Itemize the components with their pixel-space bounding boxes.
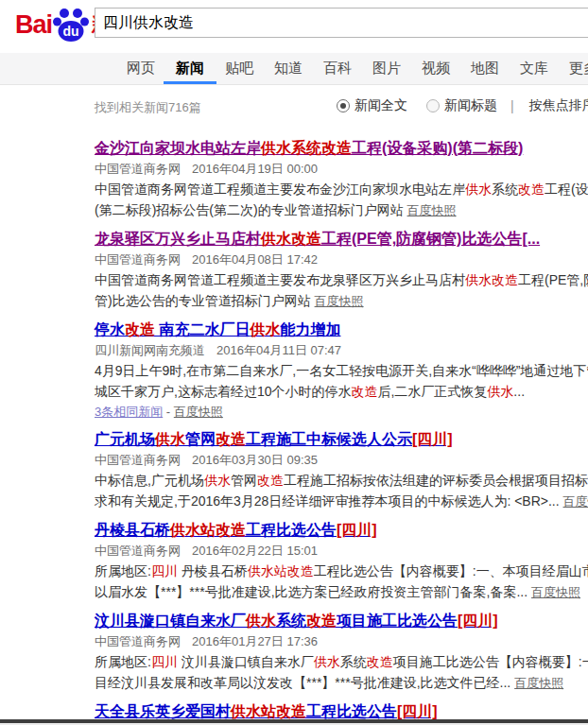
baidu-snapshot-link[interactable]: 百度快照 — [407, 203, 457, 217]
result-snippet-line: 所属地区:四川 丹棱县石桥供水站改造工程比选公告【内容概要】:一、本项目经眉山市… — [95, 561, 588, 581]
result-title-link[interactable]: 丹棱县石桥供水站改造工程比选公告[四川] — [95, 520, 588, 540]
result-date: 2016年04月19日 00:00 — [192, 162, 318, 176]
highlight-term: [四川] — [337, 522, 377, 538]
separator-dash: - — [163, 405, 174, 419]
nav-bar: 网页新闻贴吧知道百科图片视频地图文库更多 — [0, 53, 588, 85]
nav-tabs: 网页新闻贴吧知道百科图片视频地图文库更多 — [0, 53, 588, 84]
nav-tab-3[interactable]: 贴吧 — [225, 53, 253, 84]
title-text: 工程比选公告 — [246, 522, 337, 538]
nav-tab-7[interactable]: 视频 — [422, 53, 450, 84]
snippet-text: 后,二水厂正式恢复 — [377, 384, 487, 399]
result-meta: 中国管道商务网2016年03月30日 09:35 — [95, 451, 588, 469]
highlight-term: 供水 — [465, 181, 492, 197]
highlight-term: 供水 — [246, 613, 276, 629]
result-title-link[interactable]: 广元机场供水管网改造工程施工中标候选人公示[四川] — [95, 429, 588, 449]
highlight-term: 改造 — [276, 703, 306, 719]
snippet-text: 中国管道商务网管道工程频道主要发布金沙江向家坝水电站左岸 — [95, 181, 465, 197]
baidu-paw-icon: du — [52, 6, 90, 43]
highlight-term: 供水 — [204, 473, 231, 488]
nav-tab-4[interactable]: 知道 — [274, 53, 303, 84]
snippet-text: 系统 — [340, 654, 367, 669]
result-snippet-line: 所属地区:四川 汶川县漩口镇自来水厂供水系统改造项目施工比选公告【内容概要】:一… — [95, 651, 588, 672]
title-text: 南充二水厂日 — [155, 321, 250, 337]
same-news-link[interactable]: 3条相同新闻 — [95, 405, 163, 419]
snippet-text: (第二标段)招标公告(第二次)的专业管道招标门户网站 — [95, 202, 407, 217]
svg-text:du: du — [62, 24, 78, 39]
result-item: 汶川县漩口镇自来水厂供水系统改造项目施工比选公告[四川]中国管道商务网2016年… — [95, 611, 588, 694]
snippet-text: 以眉水发【***】***号批准建设,比选方案已经政府投资主管部门备案,备案... — [95, 584, 531, 599]
nav-tab-6[interactable]: 图片 — [372, 53, 401, 84]
highlight-term: 改造 — [306, 613, 337, 629]
result-snippet-line: (第二标段)招标公告(第二次)的专业管道招标门户网站 百度快照 — [95, 199, 588, 221]
baidu-snapshot-link[interactable]: 百度快照 — [315, 294, 364, 308]
title-text: 工程(PE管,防腐钢管)比选公告[... — [321, 231, 540, 247]
result-links-line: 3条相同新闻 - 百度快照 — [95, 402, 588, 422]
highlight-term: 四川 — [151, 654, 178, 669]
result-source: 中国管道商务网 — [95, 634, 181, 648]
title-text: 天全县乐英乡爱国村 — [95, 703, 231, 719]
result-source: 中国管道商务网 — [95, 252, 181, 267]
result-meta: 中国管道商务网2016年04月19日 00:00 — [95, 160, 588, 178]
result-title-link[interactable]: 天全县乐英乡爱国村供水站改造工程比选公告[四川] — [95, 701, 588, 721]
result-title-link[interactable]: 停水改造 南充二水厂日供水能力增加 — [95, 319, 588, 339]
result-date: 2016年04月08日 17:42 — [192, 252, 318, 267]
sort-by-focus-link[interactable]: 按焦点排序 — [529, 97, 588, 114]
title-text: 广元机场 — [95, 431, 155, 447]
baidu-snapshot-link[interactable]: 百度快照 — [531, 585, 580, 599]
result-meta: 中国管道商务网2016年04月08日 17:42 — [95, 250, 588, 268]
search-input[interactable] — [95, 8, 588, 38]
radio-fulltext-label[interactable]: 新闻全文 — [355, 97, 407, 114]
snippet-text: 工程(设备采 — [545, 181, 588, 197]
highlight-term: 改造 — [287, 563, 314, 578]
result-source: 中国管道商务网 — [95, 453, 181, 467]
baidu-snapshot-link[interactable]: 百度快照 — [563, 494, 588, 509]
result-snippet-line: 中国管道商务网管道工程频道主要发布龙泉驿区万兴乡止马店村供水改造工程(PE管,防… — [95, 269, 588, 290]
radio-fulltext-selected-icon[interactable] — [337, 99, 350, 112]
radio-title-label[interactable]: 新闻标题 — [444, 97, 497, 114]
title-text: 汶川县漩口镇自来水厂 — [95, 613, 246, 629]
highlight-term: 改造 — [125, 321, 155, 337]
result-date: 2016年03月30日 09:35 — [192, 453, 318, 467]
nav-tab-9[interactable]: 文库 — [520, 53, 548, 84]
logo-bai-text: Bai — [15, 10, 52, 40]
snippet-text: 工程比选公告【内容概要】:一、本项目经眉山市水 — [314, 563, 588, 578]
result-meta: 四川新闻网南充频道2016年04月11日 07:47 — [95, 341, 588, 359]
title-text: 管网 — [185, 431, 216, 447]
result-date: 2016年01月27日 17:36 — [192, 634, 318, 648]
nav-tab-5[interactable]: 百科 — [323, 53, 352, 84]
highlight-term: [四川] — [458, 613, 498, 629]
baidu-snapshot-link[interactable]: 百度快照 — [174, 405, 223, 419]
baidu-snapshot-link[interactable]: 百度快照 — [514, 676, 563, 690]
result-title-link[interactable]: 金沙江向家坝水电站左岸供水系统改造工程(设备采购)(第二标段) — [95, 138, 588, 158]
title-text: 停水 — [95, 321, 125, 337]
filter-controls: 新闻全文 新闻标题 | 按焦点排序 — [337, 97, 588, 114]
result-date: 2016年02月22日 15:01 — [192, 544, 318, 558]
highlight-term: [四川] — [412, 431, 453, 447]
radio-title-icon[interactable] — [426, 99, 440, 112]
highlight-term: 改造 — [518, 181, 545, 197]
nav-tab-8[interactable]: 地图 — [471, 53, 499, 84]
highlight-term: 供水站 — [248, 563, 287, 578]
highlight-term: 改造 — [216, 431, 246, 447]
snippet-text: 中国管道商务网管道工程频道主要发布龙泉驿区万兴乡止马店村 — [95, 272, 465, 287]
highlight-term: 改造 — [257, 473, 284, 488]
nav-tab-1[interactable]: 网页 — [127, 53, 155, 84]
result-item: 龙泉驿区万兴乡止马店村供水改造工程(PE管,防腐钢管)比选公告[...中国管道商… — [95, 229, 588, 312]
highlight-term: 改造 — [321, 140, 352, 156]
nav-tab-2[interactable]: 新闻 — [176, 53, 204, 84]
snippet-text: 管网 — [231, 473, 257, 488]
result-source: 四川新闻网南充频道 — [95, 343, 205, 357]
result-item: 金沙江向家坝水电站左岸供水系统改造工程(设备采购)(第二标段)中国管道商务网20… — [95, 138, 588, 221]
highlight-term: 供水改造 — [261, 231, 321, 247]
result-snippet-line: 中国管道商务网管道工程频道主要发布金沙江向家坝水电站左岸供水系统改造工程(设备采 — [95, 179, 588, 199]
title-text: 丹棱县石桥 — [95, 522, 170, 538]
snippet-text: 城区千家万户,这标志着经过10个小时的停水 — [95, 384, 351, 399]
title-text: 工程(设备采购)(第二标段) — [352, 140, 523, 156]
snippet-text: 管)比选公告的专业管道招标门户网站 — [95, 293, 315, 308]
nav-tab-10[interactable]: 更多 — [569, 53, 588, 84]
result-title-link[interactable]: 龙泉驿区万兴乡止马店村供水改造工程(PE管,防腐钢管)比选公告[... — [95, 229, 588, 249]
result-title-link[interactable]: 汶川县漩口镇自来水厂供水系统改造项目施工比选公告[四川] — [95, 611, 588, 630]
snippet-text: 中标信息,广元机场 — [95, 473, 204, 488]
highlight-term: 供水 — [155, 431, 185, 447]
result-snippet-line: 城区千家万户,这标志着经过10个小时的停水改造后,二水厂正式恢复供水... — [95, 381, 588, 402]
